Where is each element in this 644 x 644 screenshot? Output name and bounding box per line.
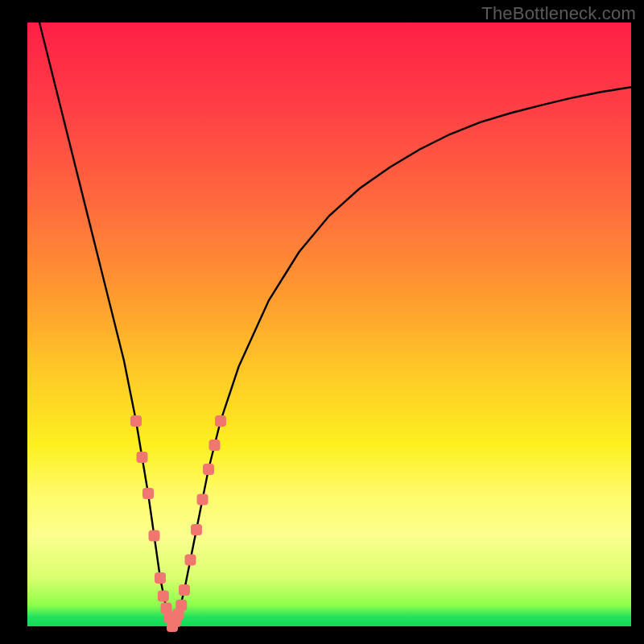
marker-point: [175, 600, 187, 611]
marker-point: [203, 464, 214, 475]
marker-point: [197, 494, 208, 506]
marker-point: [142, 488, 154, 499]
marker-point: [185, 555, 196, 566]
bottleneck-curve: [39, 23, 631, 626]
marker-point: [191, 524, 202, 535]
marker-point: [158, 591, 169, 602]
chart-frame: TheBottleneck.com: [0, 0, 644, 644]
marker-point: [179, 584, 190, 596]
marker-point: [130, 415, 142, 427]
watermark-text: TheBottleneck.com: [481, 3, 636, 24]
marker-point: [137, 452, 148, 463]
marker-point: [215, 415, 226, 427]
marker-point: [149, 530, 160, 542]
chart-svg: [27, 23, 631, 626]
curve-markers: [130, 415, 226, 632]
marker-point: [155, 572, 166, 584]
marker-point: [209, 440, 221, 451]
